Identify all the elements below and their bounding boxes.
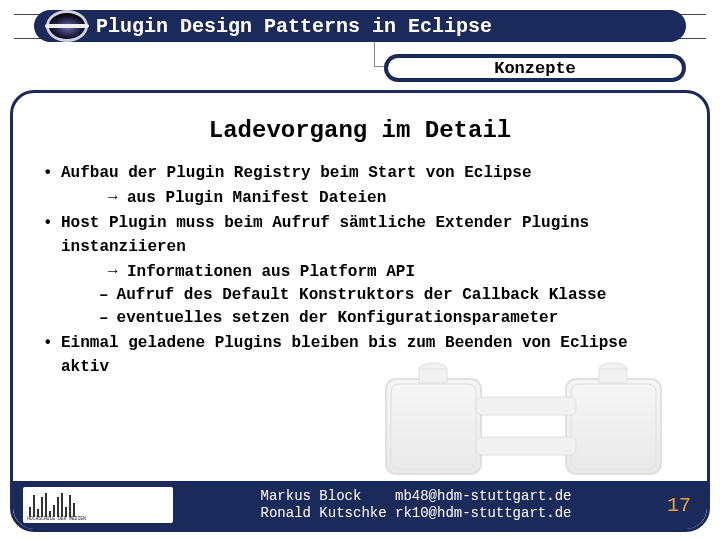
svg-rect-0 (386, 379, 481, 474)
bullet-sub-arrow: Informationen aus Platform API (79, 259, 681, 284)
svg-rect-5 (476, 437, 576, 455)
bullet-sub-arrow: aus Plugin Manifest Dateien (79, 185, 681, 210)
content-frame: Ladevorgang im Detail Aufbau der Plugin … (10, 90, 710, 532)
chip-connector-vertical (374, 40, 375, 66)
bullet-text: Host Plugin muss beim Aufruf sämtliche E… (61, 214, 589, 255)
bullet-sub-dash: Aufruf des Default Konstruktors der Call… (75, 284, 681, 307)
author-row: Markus Block mb48@hdm-stuttgart.de (261, 488, 572, 506)
institution-caption: HOCHSCHULE DER MEDIEN (27, 516, 86, 522)
section-chip: Konzepte (384, 54, 686, 82)
svg-rect-3 (571, 384, 656, 469)
slide-title-text: Plugin Design Patterns in Eclipse (96, 15, 492, 38)
bullet-item: Host Plugin muss beim Aufruf sämtliche E… (39, 212, 681, 330)
institution-logo: HOCHSCHULE DER MEDIEN (23, 487, 173, 523)
page-number: 17 (651, 481, 707, 529)
title-bar: Plugin Design Patterns in Eclipse (6, 8, 714, 44)
footer-bar: HOCHSCHULE DER MEDIEN Markus Block mb48@… (13, 481, 707, 529)
slide-title: Plugin Design Patterns in Eclipse (34, 10, 686, 42)
author-row: Ronald Kutschke rk10@hdm-stuttgart.de (261, 505, 572, 523)
bullet-list: Aufbau der Plugin Registry beim Start vo… (13, 162, 707, 379)
bullet-item: Aufbau der Plugin Registry beim Start vo… (39, 162, 681, 210)
bullet-sub-dash: eventuelles setzen der Konfigurationspar… (75, 307, 681, 330)
svg-rect-4 (476, 397, 576, 415)
bullet-item: Einmal geladene Plugins bleiben bis zum … (39, 332, 681, 378)
footer-authors: Markus Block mb48@hdm-stuttgart.de Ronal… (181, 481, 651, 529)
content-heading: Ladevorgang im Detail (13, 117, 707, 144)
svg-rect-2 (566, 379, 661, 474)
bullet-text: Einmal geladene Plugins bleiben bis zum … (61, 334, 628, 375)
eclipse-logo-icon (46, 10, 88, 42)
section-chip-label: Konzepte (494, 59, 576, 78)
svg-rect-1 (391, 384, 476, 469)
bullet-text: Aufbau der Plugin Registry beim Start vo… (61, 164, 531, 182)
institution-logo-bars-icon (29, 491, 89, 517)
